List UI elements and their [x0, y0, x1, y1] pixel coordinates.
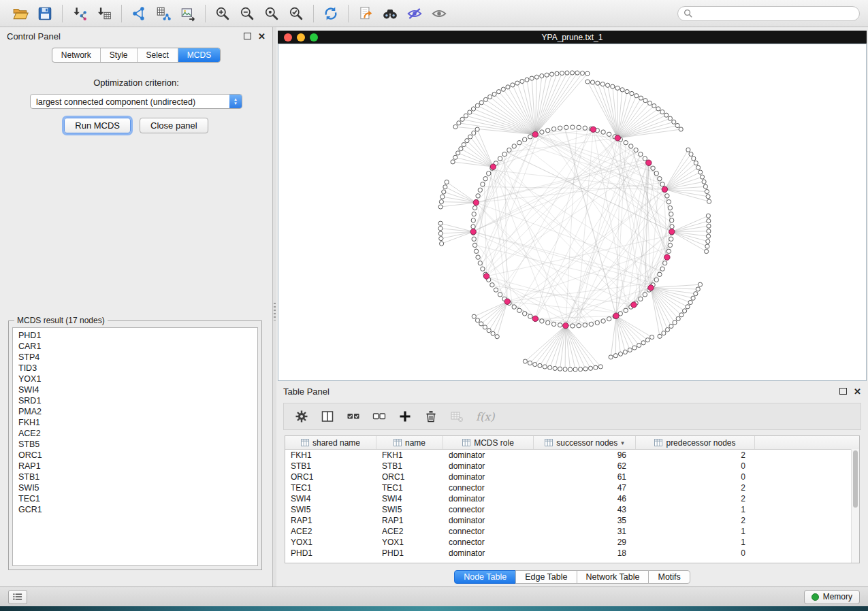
- mcds-result-item[interactable]: STB1: [18, 472, 252, 482]
- table-cell[interactable]: dominator: [443, 548, 534, 558]
- mcds-result-item[interactable]: PMA2: [18, 406, 252, 417]
- mcds-result-item[interactable]: SRD1: [18, 395, 252, 406]
- table-cell[interactable]: SWI5: [376, 505, 443, 514]
- table-cell[interactable]: SWI5: [285, 505, 376, 514]
- criterion-dropdown[interactable]: largest connected component (undirected)…: [30, 94, 242, 109]
- table-cell[interactable]: TEC1: [285, 483, 376, 493]
- function-builder-button[interactable]: f(x): [472, 410, 498, 423]
- table-cell[interactable]: SWI4: [285, 494, 376, 503]
- search-box[interactable]: [677, 6, 860, 21]
- table-cell[interactable]: connector: [443, 505, 534, 514]
- table-cell[interactable]: FKH1: [285, 450, 376, 460]
- table-cell[interactable]: 47: [534, 483, 636, 493]
- deselect-all-button[interactable]: [368, 406, 390, 427]
- table-row[interactable]: SWI5SWI5connector431: [285, 504, 859, 515]
- table-row[interactable]: ORC1ORC1dominator610: [285, 472, 859, 482]
- mcds-result-list[interactable]: PHD1CAR1STP4TID3YOX1SWI4SRD1PMA2FKH1ACE2…: [12, 327, 258, 566]
- table-row[interactable]: ACE2ACE2connector311: [285, 526, 859, 537]
- network-from-table-button[interactable]: [151, 3, 176, 24]
- maximize-window-icon[interactable]: [310, 33, 318, 42]
- table-cell[interactable]: 1: [636, 505, 755, 514]
- table-cell[interactable]: 2: [636, 483, 755, 493]
- mcds-result-item[interactable]: CAR1: [18, 341, 252, 352]
- delete-column-button[interactable]: [420, 406, 442, 427]
- table-cell[interactable]: dominator: [443, 516, 534, 525]
- table-cell[interactable]: 2: [636, 494, 755, 503]
- tab-select[interactable]: Select: [138, 48, 178, 62]
- table-cell[interactable]: RAP1: [285, 516, 376, 525]
- table-cell[interactable]: TEC1: [376, 483, 443, 493]
- table-row[interactable]: YOX1YOX1connector291: [285, 537, 859, 548]
- column-header-shared-name[interactable]: shared name: [285, 436, 376, 449]
- panel-list-button[interactable]: [8, 590, 27, 604]
- scrollbar-thumb[interactable]: [853, 450, 858, 508]
- mcds-result-item[interactable]: YOX1: [18, 374, 252, 384]
- table-cell[interactable]: 2: [636, 450, 755, 460]
- table-cell[interactable]: RAP1: [376, 516, 443, 525]
- zoom-out-button[interactable]: [235, 3, 259, 24]
- mcds-result-item[interactable]: STB5: [18, 439, 252, 450]
- table-row[interactable]: STB1STB1dominator620: [285, 461, 859, 472]
- search-input[interactable]: [696, 8, 854, 19]
- column-header-MCDS-role[interactable]: MCDS role: [443, 436, 534, 449]
- control-panel-float-button[interactable]: [244, 33, 251, 39]
- refresh-button[interactable]: [319, 3, 343, 24]
- table-cell[interactable]: 46: [534, 494, 636, 503]
- table-cell[interactable]: 0: [636, 461, 755, 471]
- run-mcds-button[interactable]: Run MCDS: [64, 118, 131, 133]
- tab-motifs[interactable]: Motifs: [648, 570, 690, 584]
- network-graph[interactable]: [278, 44, 866, 380]
- table-cell[interactable]: PHD1: [376, 548, 443, 558]
- import-table-button[interactable]: [92, 3, 116, 24]
- table-cell[interactable]: dominator: [443, 461, 534, 471]
- table-cell[interactable]: 43: [534, 505, 636, 514]
- table-cell[interactable]: connector: [443, 527, 534, 536]
- table-cell[interactable]: YOX1: [376, 538, 443, 547]
- table-cell[interactable]: connector: [443, 538, 534, 547]
- import-network-button[interactable]: [67, 3, 92, 24]
- show-details-button[interactable]: [427, 3, 451, 24]
- network-canvas[interactable]: [278, 44, 867, 381]
- tab-node-table[interactable]: Node Table: [454, 570, 516, 584]
- table-row[interactable]: RAP1RAP1dominator352: [285, 515, 859, 526]
- table-cell[interactable]: 61: [534, 472, 636, 482]
- close-window-icon[interactable]: [284, 33, 292, 42]
- mcds-result-item[interactable]: ORC1: [18, 450, 252, 461]
- table-cell[interactable]: 1: [636, 527, 755, 536]
- table-cell[interactable]: ORC1: [285, 472, 376, 482]
- column-header-name[interactable]: name: [376, 436, 443, 449]
- minimize-window-icon[interactable]: [297, 33, 305, 42]
- zoom-actual-button[interactable]: [259, 3, 284, 24]
- table-cell[interactable]: 29: [534, 538, 636, 547]
- control-panel-close-button[interactable]: ✕: [258, 32, 266, 41]
- mcds-result-item[interactable]: SWI4: [18, 384, 252, 395]
- tab-style[interactable]: Style: [101, 48, 138, 62]
- column-header-successor-nodes[interactable]: successor nodes▾: [534, 436, 636, 449]
- table-row[interactable]: PHD1PHD1dominator180: [285, 548, 859, 559]
- settings-button[interactable]: [291, 406, 312, 427]
- table-cell[interactable]: ACE2: [285, 527, 376, 536]
- hide-details-button[interactable]: [402, 3, 427, 24]
- table-cell[interactable]: 31: [534, 527, 636, 536]
- zoom-in-button[interactable]: [210, 3, 235, 24]
- mcds-result-item[interactable]: ACE2: [18, 428, 252, 439]
- mcds-result-item[interactable]: SWI5: [18, 482, 252, 493]
- table-cell[interactable]: 1: [636, 538, 755, 547]
- table-cell[interactable]: 2: [636, 516, 755, 525]
- mcds-result-item[interactable]: TID3: [18, 363, 252, 374]
- table-cell[interactable]: 0: [636, 472, 755, 482]
- tab-network[interactable]: Network: [52, 48, 101, 62]
- zoom-fit-button[interactable]: [284, 3, 308, 24]
- column-header-predecessor-nodes[interactable]: predecessor nodes: [636, 436, 755, 449]
- tab-mcds[interactable]: MCDS: [178, 48, 220, 62]
- select-all-button[interactable]: [342, 406, 364, 427]
- table-cell[interactable]: 62: [534, 461, 636, 471]
- table-cell[interactable]: 35: [534, 516, 636, 525]
- mcds-result-item[interactable]: TEC1: [18, 493, 252, 504]
- table-cell[interactable]: ORC1: [376, 472, 443, 482]
- mcds-result-item[interactable]: GCR1: [18, 504, 252, 515]
- mcds-result-item[interactable]: STP4: [18, 352, 252, 363]
- tab-edge-table[interactable]: Edge Table: [515, 570, 577, 584]
- save-session-button[interactable]: [33, 3, 57, 24]
- columns-button[interactable]: [317, 406, 338, 427]
